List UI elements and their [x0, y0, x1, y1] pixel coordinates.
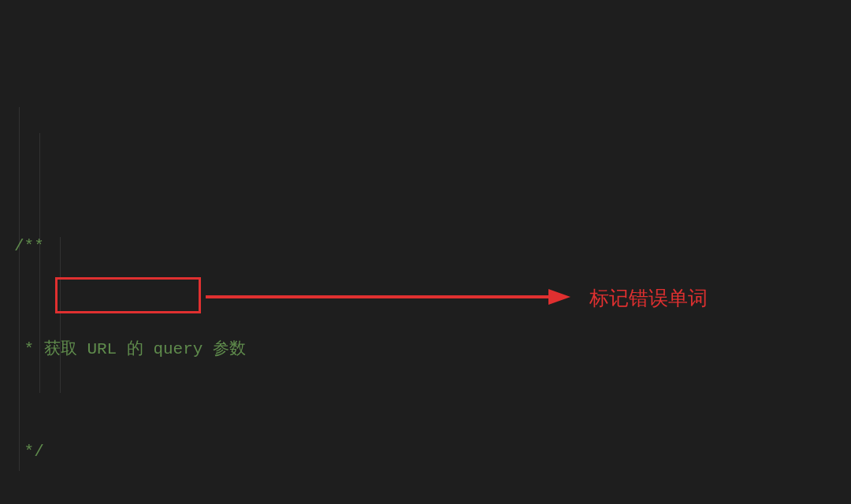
code-line[interactable]: */ [14, 439, 851, 465]
code-line[interactable]: /** [14, 234, 851, 260]
svg-marker-1 [548, 289, 570, 305]
code-editor[interactable]: /** * 获取 URL 的 query 参数 */ const getURLQ… [14, 3, 851, 504]
code-line[interactable]: * 获取 URL 的 query 参数 [14, 337, 851, 363]
annotation-label: 标记错误单词 [589, 283, 708, 313]
comment-text: */ [14, 439, 44, 465]
annotation-box [55, 277, 201, 313]
annotation-arrow-icon [202, 285, 572, 309]
comment-text: * 获取 URL 的 query 参数 [14, 337, 246, 363]
comment-text: /** [14, 234, 44, 260]
